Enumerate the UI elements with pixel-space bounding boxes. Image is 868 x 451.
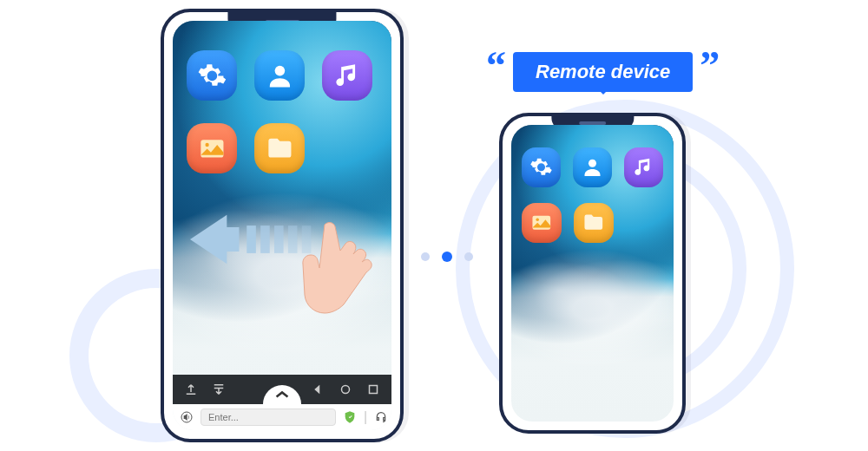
- gallery-icon: [197, 134, 227, 164]
- svg-point-2: [205, 142, 208, 146]
- music-icon: [632, 155, 655, 180]
- app-files[interactable]: [254, 123, 305, 173]
- settings-icon: [529, 155, 553, 180]
- sound-icon[interactable]: [180, 410, 194, 424]
- app-files[interactable]: [574, 203, 614, 243]
- contact-icon: [581, 155, 604, 180]
- remote-phone-frame: [499, 113, 686, 434]
- app-settings[interactable]: [522, 147, 561, 187]
- files-icon: [582, 211, 606, 235]
- remote-device-label: Remote device: [513, 52, 693, 92]
- music-icon: [332, 61, 363, 91]
- settings-icon: [197, 61, 227, 91]
- app-contacts[interactable]: [573, 147, 612, 187]
- svg-point-13: [536, 219, 539, 221]
- svg-rect-9: [370, 386, 378, 394]
- headset-icon[interactable]: [374, 410, 388, 424]
- expand-handle[interactable]: [263, 385, 301, 404]
- app-settings[interactable]: [187, 50, 237, 101]
- app-row-2: [173, 123, 391, 173]
- svg-point-0: [274, 65, 285, 75]
- input-toolbar: | ...: [173, 404, 391, 430]
- app-row-1: [173, 50, 391, 101]
- app-music[interactable]: [322, 50, 372, 101]
- files-icon: [265, 134, 295, 164]
- chevron-up-icon: [274, 387, 290, 402]
- quote-close-icon: ”: [700, 54, 720, 78]
- app-row-2: [511, 203, 674, 243]
- gallery-icon: [529, 211, 554, 235]
- back-icon[interactable]: [310, 382, 326, 397]
- android-nav-bar: [173, 375, 391, 404]
- app-contacts[interactable]: [254, 50, 305, 101]
- text-input[interactable]: [201, 409, 336, 426]
- app-gallery[interactable]: [187, 123, 237, 173]
- home-icon[interactable]: [338, 382, 353, 397]
- local-phone-frame: | ...: [161, 9, 404, 442]
- quote-open-icon: “: [486, 54, 506, 78]
- upload-icon[interactable]: [183, 382, 199, 397]
- app-gallery[interactable]: [522, 203, 562, 243]
- local-phone-screen[interactable]: | ...: [173, 21, 391, 430]
- download-icon[interactable]: [211, 382, 227, 397]
- connection-dots: [421, 252, 473, 262]
- svg-point-8: [342, 386, 350, 394]
- app-music[interactable]: [624, 147, 663, 187]
- app-row-1: [511, 147, 674, 187]
- contact-icon: [265, 61, 295, 91]
- recent-icon[interactable]: [365, 382, 381, 397]
- remote-device-callout: “ Remote device ”: [486, 52, 720, 92]
- shield-icon[interactable]: [343, 410, 357, 424]
- remote-phone-screen[interactable]: [511, 125, 674, 422]
- hand-pointer-icon: [293, 218, 373, 330]
- svg-point-11: [589, 160, 596, 167]
